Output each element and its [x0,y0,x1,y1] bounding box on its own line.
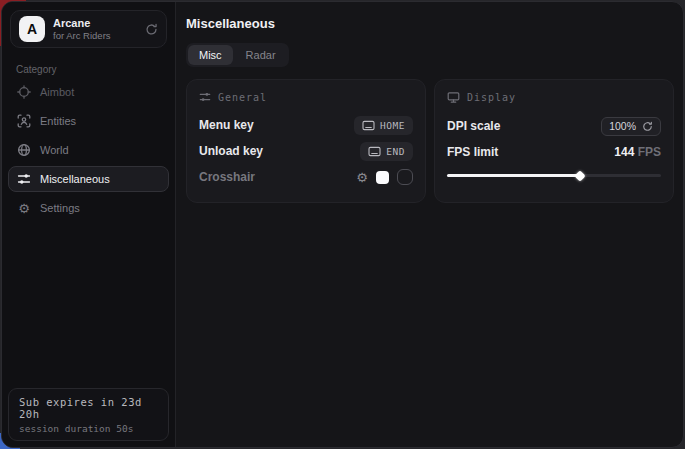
unload-key-label: Unload key [199,144,263,158]
sidebar-item-label: Settings [40,202,80,214]
fps-limit-value-wrap: 144 FPS [614,145,661,159]
app-header-card: A Arcane for Arc Riders [10,10,167,48]
unload-key-row: Unload key END [199,139,413,163]
cards-row: General Menu key HOME Unload key [186,79,674,203]
general-card-title: General [218,92,267,103]
dpi-scale-control[interactable]: 100% [601,117,661,136]
sidebar-item-miscellaneous[interactable]: Miscellaneous [8,166,169,192]
monitor-icon [447,91,460,104]
unload-key-value: END [386,146,405,157]
refresh-icon[interactable] [642,121,653,132]
app-subtitle: for Arc Riders [53,30,137,41]
fps-limit-value: 144 [614,145,634,159]
fps-limit-row: FPS limit 144 FPS [447,140,661,164]
fps-limit-slider[interactable] [447,169,661,181]
sidebar-item-world[interactable]: World [8,137,169,163]
menu-key-value: HOME [380,120,405,131]
keyboard-icon [368,146,381,157]
crosshair-controls: ⚙ [356,169,413,185]
menu-key-label: Menu key [199,118,254,132]
sliders-icon [199,91,211,103]
main-panel: Miscellaneous Misc Radar General Menu ke… [176,2,684,447]
globe-icon [17,143,31,157]
general-card-header: General [199,91,413,103]
slider-thumb[interactable] [574,170,585,181]
keyboard-icon [362,120,375,131]
crosshair-settings-gear-icon[interactable]: ⚙ [356,171,368,184]
crosshair-icon [17,85,31,99]
sidebar-item-settings[interactable]: ⚙ Settings [8,195,169,221]
crosshair-color-swatch[interactable] [376,171,389,184]
sidebar-item-entities[interactable]: Entities [8,108,169,134]
fps-limit-unit: FPS [634,145,661,159]
display-card-title: Display [467,92,516,103]
menu-key-bind-button[interactable]: HOME [354,116,413,135]
display-card-header: Display [447,91,661,104]
dpi-scale-value: 100% [609,120,636,132]
avatar: A [19,16,45,42]
page-title: Miscellaneous [186,16,674,31]
slider-fill [447,174,580,177]
crosshair-row: Crosshair ⚙ [199,165,413,189]
general-card: General Menu key HOME Unload key [186,79,426,203]
sliders-icon [17,172,31,186]
unload-key-bind-button[interactable]: END [360,142,413,161]
sidebar-item-label: Miscellaneous [40,173,110,185]
session-duration-text: session duration 50s [19,423,158,434]
category-label: Category [16,64,175,75]
crosshair-label: Crosshair [199,170,255,184]
fps-limit-label: FPS limit [447,145,498,159]
app-title: Arcane [53,17,137,30]
app-window: A Arcane for Arc Riders Category Aimbot [1,1,684,448]
sidebar-item-label: Entities [40,115,76,127]
sidebar-nav: Aimbot Entities World [2,79,175,221]
app-title-wrap: Arcane for Arc Riders [53,17,137,42]
sidebar: A Arcane for Arc Riders Category Aimbot [2,2,176,447]
tab-misc[interactable]: Misc [188,45,233,65]
menu-key-row: Menu key HOME [199,113,413,137]
display-card: Display DPI scale 100% FPS limit [434,79,674,203]
scan-person-icon [17,114,31,128]
sidebar-item-label: Aimbot [40,86,74,98]
gear-icon: ⚙ [17,202,31,215]
crosshair-toggle-checkbox[interactable] [397,169,413,185]
dpi-scale-row: DPI scale 100% [447,114,661,138]
tab-bar: Misc Radar [186,43,289,67]
sub-expires-text: Sub expires in 23d 20h [19,396,158,420]
sync-icon[interactable] [145,23,158,36]
dpi-scale-label: DPI scale [447,119,500,133]
tab-radar[interactable]: Radar [235,45,287,65]
sidebar-item-aimbot[interactable]: Aimbot [8,79,169,105]
subscription-card: Sub expires in 23d 20h session duration … [8,388,169,441]
sidebar-item-label: World [40,144,69,156]
